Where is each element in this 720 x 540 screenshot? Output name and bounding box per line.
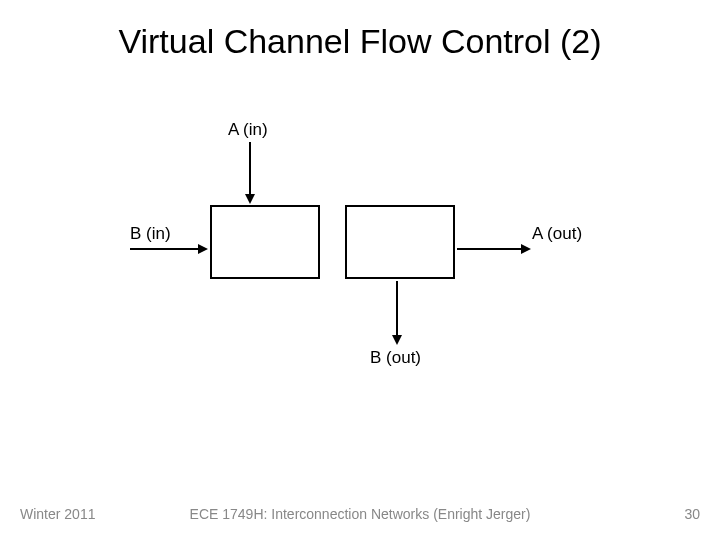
label-b-out: B (out) — [370, 348, 421, 368]
arrow-b-out — [396, 281, 398, 337]
footer-page-number: 30 — [684, 506, 700, 522]
arrow-b-out-head — [392, 335, 402, 345]
arrow-a-in — [249, 142, 251, 196]
arrow-a-out — [457, 248, 523, 250]
arrow-b-in-head — [198, 244, 208, 254]
arrow-a-in-head — [245, 194, 255, 204]
arrow-a-out-head — [521, 244, 531, 254]
slide-title: Virtual Channel Flow Control (2) — [0, 22, 720, 61]
footer-course: ECE 1749H: Interconnection Networks (Enr… — [0, 506, 720, 522]
label-a-out: A (out) — [532, 224, 582, 244]
node-box-left — [210, 205, 320, 279]
arrow-b-in — [130, 248, 200, 250]
label-a-in: A (in) — [228, 120, 268, 140]
label-b-in: B (in) — [130, 224, 171, 244]
flow-diagram: A (in) B (in) A (out) B (out) — [0, 120, 720, 380]
node-box-right — [345, 205, 455, 279]
